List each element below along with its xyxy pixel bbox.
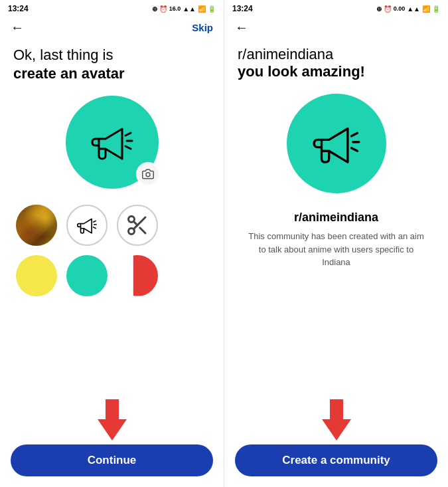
bluetooth-icon: ⊕ (152, 5, 157, 13)
alarm-icon: ⏰ (159, 5, 167, 13)
heading-right: r/animeindiana you look amazing! (238, 46, 435, 80)
color-option-teal[interactable] (66, 255, 108, 296)
signal-icon-r: 📶 (422, 5, 430, 13)
wifi-icon: ▲▲ (183, 5, 196, 13)
bottom-area-left: Continue (0, 394, 224, 487)
svg-line-0 (125, 133, 131, 136)
svg-line-14 (351, 148, 357, 151)
skip-button[interactable]: Skip (192, 22, 213, 33)
data-icon: 16.0 (169, 5, 181, 12)
status-icons-left: ⊕ ⏰ 16.0 ▲▲ 📶 🔋 (152, 5, 216, 13)
heading-left: Ok, last thing is create an avatar (13, 46, 210, 82)
avatar-option-megaphone[interactable] (66, 205, 108, 246)
time-left: 13:24 (8, 4, 29, 13)
back-button-right[interactable]: ← (235, 20, 248, 35)
battery-icon-r: 🔋 (432, 5, 440, 13)
svg-line-10 (140, 227, 145, 233)
arrow-shaft-right (322, 399, 351, 440)
svg-line-6 (94, 227, 96, 228)
arrowhead-left (98, 419, 127, 440)
color-option-red[interactable] (117, 255, 158, 296)
status-bar-left: 13:24 ⊕ ⏰ 16.0 ▲▲ 📶 🔋 (0, 0, 224, 16)
color-circles-row (13, 255, 210, 296)
avatar-container-right (238, 94, 435, 193)
arrowhead-right (322, 419, 351, 440)
heading-line2-left: create an avatar (13, 65, 210, 82)
avatar-container (13, 96, 210, 189)
nav-bar-left: ← Skip (0, 16, 224, 41)
avatar-option-scissors[interactable] (117, 205, 158, 246)
svg-line-11 (133, 221, 137, 225)
svg-point-3 (146, 172, 150, 176)
guitar-photo (16, 205, 57, 246)
left-content: Ok, last thing is create an avatar (0, 41, 224, 394)
back-button-left[interactable]: ← (11, 20, 24, 35)
right-content: r/animeindiana you look amazing! r/anime… (224, 41, 448, 394)
avatar-option-guitar[interactable] (16, 205, 57, 246)
left-screen: 13:24 ⊕ ⏰ 16.0 ▲▲ 📶 🔋 ← Skip Ok, last th… (0, 0, 224, 487)
svg-line-12 (351, 133, 357, 136)
status-icons-right: ⊕ ⏰ 0.00 ▲▲ 📶 🔋 (376, 5, 440, 13)
camera-icon (142, 168, 154, 180)
megaphone-icon-small (74, 213, 100, 238)
nav-bar-right: ← (224, 16, 448, 41)
heading-line2-right: you look amazing! (238, 63, 435, 80)
data-icon-r: 0.00 (394, 5, 406, 12)
time-right: 13:24 (232, 4, 253, 13)
avatar-circle-right (287, 94, 386, 193)
heading-line1-left: Ok, last thing is (13, 46, 210, 65)
shaft-left (106, 399, 119, 419)
bottom-area-right: Create a community (224, 394, 448, 487)
megaphone-icon-left (86, 116, 139, 169)
camera-badge[interactable] (136, 162, 160, 186)
megaphone-icon-right (307, 114, 366, 173)
signal-icon: 📶 (198, 5, 206, 13)
red-arrow-right (235, 399, 437, 442)
red-arrow-left (11, 399, 213, 442)
heading-line1-right: r/animeindiana (238, 46, 435, 63)
community-name-display: r/animeindiana (238, 211, 435, 225)
svg-line-4 (94, 221, 96, 222)
arrow-shaft-left (98, 399, 127, 440)
scissors-icon (125, 213, 149, 237)
right-screen: 13:24 ⊕ ⏰ 0.00 ▲▲ 📶 🔋 ← r/animeindiana y… (224, 0, 448, 487)
continue-button[interactable]: Continue (11, 444, 213, 476)
create-community-button[interactable]: Create a community (235, 444, 437, 476)
bluetooth-icon-r: ⊕ (376, 5, 382, 13)
wifi-icon-r: ▲▲ (407, 5, 420, 13)
avatar-options-row (13, 205, 210, 246)
status-bar-right: 13:24 ⊕ ⏰ 0.00 ▲▲ 📶 🔋 (224, 0, 448, 16)
avatar-circle[interactable] (66, 96, 159, 189)
alarm-icon-r: ⏰ (384, 5, 392, 13)
shaft-right (330, 399, 343, 419)
svg-line-2 (125, 146, 131, 149)
community-description: This community has been created with an … (238, 230, 435, 269)
battery-icon: 🔋 (208, 5, 216, 13)
color-option-yellow[interactable] (16, 255, 57, 296)
